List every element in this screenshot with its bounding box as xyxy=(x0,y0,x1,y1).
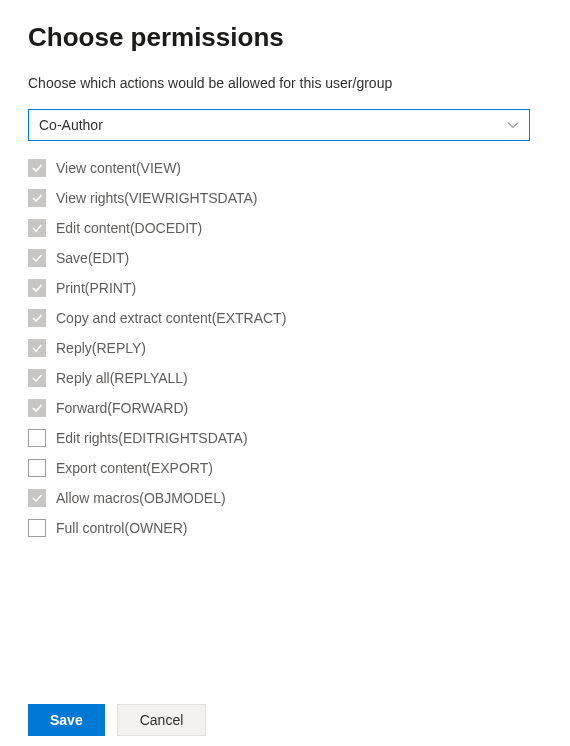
permission-item: Edit rights(EDITRIGHTSDATA) xyxy=(28,429,542,447)
page-subtitle: Choose which actions would be allowed fo… xyxy=(28,75,542,91)
permission-checkbox[interactable] xyxy=(28,249,46,267)
permission-label: Copy and extract content(EXTRACT) xyxy=(56,310,286,326)
permission-checkbox[interactable] xyxy=(28,279,46,297)
permission-checkbox[interactable] xyxy=(28,519,46,537)
permission-label: Edit rights(EDITRIGHTSDATA) xyxy=(56,430,248,446)
permission-item: Print(PRINT) xyxy=(28,279,542,297)
permission-label: View content(VIEW) xyxy=(56,160,181,176)
permission-label: Allow macros(OBJMODEL) xyxy=(56,490,226,506)
save-button[interactable]: Save xyxy=(28,704,105,736)
page-title: Choose permissions xyxy=(28,22,542,53)
permission-label: Full control(OWNER) xyxy=(56,520,187,536)
permission-item: Copy and extract content(EXTRACT) xyxy=(28,309,542,327)
permission-checkbox[interactable] xyxy=(28,339,46,357)
permission-label: View rights(VIEWRIGHTSDATA) xyxy=(56,190,257,206)
permission-label: Save(EDIT) xyxy=(56,250,129,266)
permission-checkbox[interactable] xyxy=(28,459,46,477)
permission-item: Save(EDIT) xyxy=(28,249,542,267)
permissions-list: View content(VIEW)View rights(VIEWRIGHTS… xyxy=(28,159,542,537)
permission-item: Full control(OWNER) xyxy=(28,519,542,537)
permission-label: Forward(FORWARD) xyxy=(56,400,188,416)
permission-item: Forward(FORWARD) xyxy=(28,399,542,417)
permission-item: Export content(EXPORT) xyxy=(28,459,542,477)
permission-item: Edit content(DOCEDIT) xyxy=(28,219,542,237)
permission-checkbox[interactable] xyxy=(28,399,46,417)
permission-label: Edit content(DOCEDIT) xyxy=(56,220,202,236)
permission-item: Reply all(REPLYALL) xyxy=(28,369,542,387)
role-dropdown[interactable]: Co-Author xyxy=(28,109,530,141)
permission-checkbox[interactable] xyxy=(28,309,46,327)
role-dropdown-selected: Co-Author xyxy=(39,117,103,133)
permission-label: Export content(EXPORT) xyxy=(56,460,213,476)
button-row: Save Cancel xyxy=(28,704,206,736)
cancel-button[interactable]: Cancel xyxy=(117,704,207,736)
permission-checkbox[interactable] xyxy=(28,429,46,447)
permission-checkbox[interactable] xyxy=(28,489,46,507)
permission-checkbox[interactable] xyxy=(28,369,46,387)
permission-checkbox[interactable] xyxy=(28,219,46,237)
permission-label: Reply(REPLY) xyxy=(56,340,146,356)
permission-checkbox[interactable] xyxy=(28,159,46,177)
permission-label: Print(PRINT) xyxy=(56,280,136,296)
permission-checkbox[interactable] xyxy=(28,189,46,207)
permission-item: Reply(REPLY) xyxy=(28,339,542,357)
permission-item: View rights(VIEWRIGHTSDATA) xyxy=(28,189,542,207)
permission-label: Reply all(REPLYALL) xyxy=(56,370,188,386)
permission-item: View content(VIEW) xyxy=(28,159,542,177)
chevron-down-icon xyxy=(507,119,519,131)
permission-item: Allow macros(OBJMODEL) xyxy=(28,489,542,507)
